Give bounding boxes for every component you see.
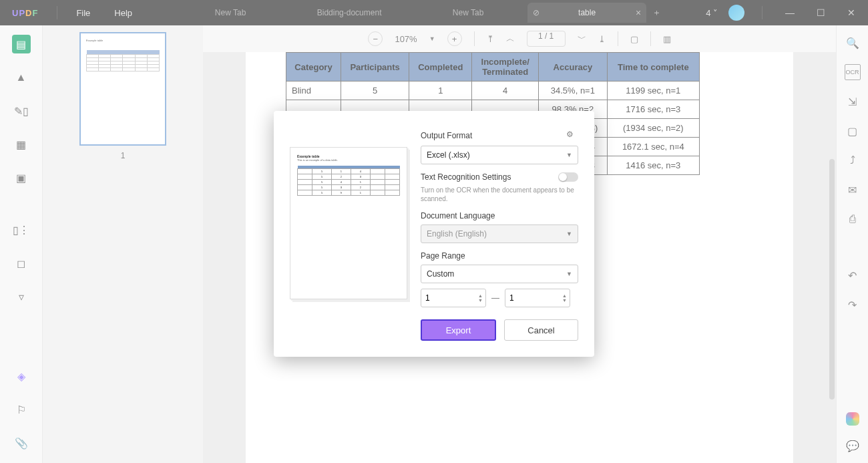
step-up-icon[interactable]: ▲ bbox=[562, 293, 567, 298]
gear-icon[interactable]: ⚙ bbox=[566, 130, 578, 142]
step-down-icon[interactable]: ▼ bbox=[562, 298, 567, 303]
dialog-page-preview: Example table This is an example of a da… bbox=[290, 147, 407, 299]
document-language-label: Document Language bbox=[421, 211, 495, 220]
cancel-button[interactable]: Cancel bbox=[504, 319, 578, 341]
page-range-from-input[interactable]: ▲▼ bbox=[421, 289, 486, 307]
caret-down-icon: ▼ bbox=[566, 152, 572, 158]
caret-down-icon: ▼ bbox=[566, 230, 572, 237]
output-format-dropdown[interactable]: Excel (.xlsx)▼ bbox=[421, 146, 578, 164]
step-up-icon[interactable]: ▲ bbox=[478, 293, 483, 298]
text-recognition-toggle[interactable] bbox=[558, 172, 578, 182]
caret-down-icon: ▼ bbox=[566, 271, 572, 277]
page-range-label: Page Range bbox=[421, 251, 465, 261]
export-dialog: Example table This is an example of a da… bbox=[274, 111, 594, 357]
range-dash: — bbox=[491, 293, 499, 303]
step-down-icon[interactable]: ▼ bbox=[478, 298, 483, 303]
page-range-to-input[interactable]: ▲▼ bbox=[505, 289, 570, 307]
document-language-dropdown: English (English)▼ bbox=[421, 224, 578, 243]
page-range-dropdown[interactable]: Custom▼ bbox=[421, 265, 578, 283]
text-recognition-label: Text Recognition Settings bbox=[421, 172, 511, 182]
output-format-label: Output Format bbox=[421, 131, 472, 140]
export-button[interactable]: Export bbox=[421, 319, 496, 341]
text-recognition-hint: Turn on the OCR when the document appear… bbox=[421, 186, 578, 203]
